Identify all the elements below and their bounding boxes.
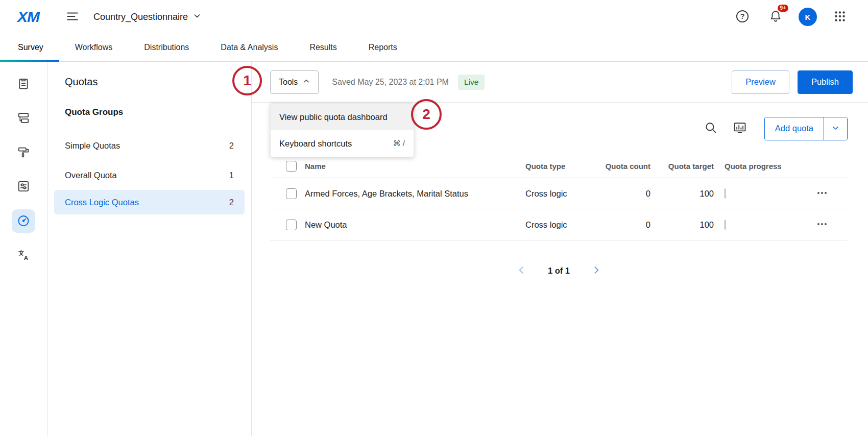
row-menu-button[interactable]: [803, 218, 848, 232]
preview-button[interactable]: Preview: [732, 70, 789, 94]
quota-name: New Quota: [305, 220, 525, 230]
translations-icon: A: [17, 248, 30, 263]
quotas-side-panel: Quotas Quota Groups Simple Quotas 2 Over…: [47, 62, 252, 436]
row-menu-button[interactable]: [803, 187, 848, 201]
quota-group-label: Cross Logic Quotas: [65, 198, 139, 207]
row-checkbox[interactable]: [286, 220, 297, 230]
quotas-gauge-icon: [17, 214, 30, 229]
annotation-step-2: 2: [411, 99, 442, 130]
rail-item-translations[interactable]: A: [12, 244, 35, 267]
quota-progress-bar: [714, 220, 803, 230]
tools-button[interactable]: Tools: [270, 70, 319, 94]
quota-type: Cross logic: [525, 220, 602, 230]
notification-count-badge: 9+: [777, 4, 789, 13]
app-window: XM Country_Questionnaire ? 9+: [0, 0, 868, 436]
chevron-right-icon: [591, 265, 601, 277]
previous-page-button[interactable]: [514, 263, 528, 279]
search-button[interactable]: [700, 117, 721, 140]
quota-group-label: Simple Quotas: [65, 141, 120, 151]
quota-progress-bar: [714, 189, 803, 199]
panel-title: Quotas: [47, 76, 251, 88]
quota-group-count: 2: [229, 141, 234, 151]
live-status-badge: Live: [458, 75, 485, 90]
rail-item-builder[interactable]: [12, 72, 35, 96]
chevron-down-icon: [832, 124, 839, 133]
chevron-up-icon: [303, 78, 310, 87]
survey-flow-icon: [17, 111, 30, 126]
public-dashboard-button[interactable]: [729, 116, 751, 140]
quota-count: 0: [602, 189, 650, 199]
pagination: 1 of 1: [270, 263, 848, 279]
tab-data-analysis[interactable]: Data & Analysis: [205, 34, 294, 61]
quota-groups-heading: Quota Groups: [47, 107, 251, 117]
quota-group-count: 2: [229, 198, 234, 207]
tab-workflows[interactable]: Workflows: [59, 34, 129, 61]
quota-type: Cross logic: [525, 189, 602, 199]
top-header: XM Country_Questionnaire ? 9+: [0, 0, 868, 34]
hamburger-menu-button[interactable]: [63, 7, 82, 28]
xm-logo[interactable]: XM: [17, 8, 39, 26]
header-actions: ? 9+ K: [732, 6, 850, 28]
user-avatar[interactable]: K: [799, 8, 817, 26]
add-quota-button[interactable]: Add quota: [765, 117, 824, 140]
menu-item-label: Keyboard shortcuts: [279, 139, 352, 149]
survey-name-label: Country_Questionnaire: [93, 12, 188, 22]
add-quota-dropdown-button[interactable]: [824, 117, 847, 140]
apps-grid-button[interactable]: [830, 7, 850, 28]
tab-reports[interactable]: Reports: [353, 34, 413, 61]
help-button[interactable]: ?: [732, 6, 753, 28]
search-icon: [704, 121, 717, 136]
builder-icon: [17, 77, 30, 92]
row-checkbox[interactable]: [286, 188, 297, 199]
column-header-quota-target: Quota target: [650, 162, 714, 171]
menu-item-view-public-quota-dashboard[interactable]: View public quota dashboard: [271, 104, 414, 130]
quota-group-label: Overall Quota: [65, 171, 117, 180]
tab-distributions[interactable]: Distributions: [128, 34, 205, 61]
rail-item-survey-options[interactable]: [12, 175, 35, 199]
column-header-quota-progress: Quota progress: [714, 162, 803, 171]
column-header-name: Name: [305, 162, 525, 171]
saved-status-text: Saved May 25, 2023 at 2:01 PM: [332, 78, 449, 87]
chevron-down-icon: [193, 12, 201, 22]
menu-item-keyboard-shortcuts[interactable]: Keyboard shortcuts ⌘ /: [271, 130, 414, 157]
quota-toolbar: Tools Saved May 25, 2023 at 2:01 PM Live…: [252, 62, 868, 103]
chevron-left-icon: [516, 265, 526, 277]
quota-group-count: 1: [229, 171, 234, 180]
left-icon-rail: A: [0, 62, 47, 436]
tab-survey[interactable]: Survey: [0, 34, 59, 61]
table-row: New Quota Cross logic 0 100: [270, 209, 848, 240]
row-menu-icon: [816, 187, 828, 201]
quota-table: Name Quota type Quota count Quota target…: [270, 155, 848, 240]
main-nav-tabs: Survey Workflows Distributions Data & An…: [0, 34, 868, 62]
notifications-button[interactable]: 9+: [766, 7, 785, 28]
add-quota-split-button: Add quota: [764, 117, 848, 140]
publish-button[interactable]: Publish: [798, 70, 853, 94]
main-content: Tools Saved May 25, 2023 at 2:01 PM Live…: [252, 62, 868, 436]
tools-dropdown-menu: View public quota dashboard Keyboard sho…: [270, 103, 414, 157]
tools-button-label: Tools: [279, 78, 298, 87]
toolbar-actions: Preview Publish: [732, 70, 853, 94]
public-dashboard-icon: [733, 120, 747, 136]
quota-group-simple-quotas[interactable]: Simple Quotas 2: [47, 131, 251, 160]
table-row: Armed Forces, Age Brackets, Marital Stat…: [270, 178, 848, 209]
row-menu-icon: [816, 218, 828, 232]
select-all-checkbox[interactable]: [286, 161, 297, 172]
help-icon: ?: [735, 9, 750, 25]
look-feel-icon: [17, 146, 30, 160]
column-header-quota-type: Quota type: [525, 162, 602, 171]
hamburger-menu-icon: [66, 10, 79, 25]
next-page-button[interactable]: [589, 263, 604, 279]
survey-name-dropdown[interactable]: Country_Questionnaire: [93, 12, 201, 22]
rail-item-quotas[interactable]: [12, 209, 35, 233]
annotation-step-1: 1: [232, 66, 262, 95]
svg-text:A: A: [24, 254, 28, 260]
rail-item-survey-flow[interactable]: [12, 107, 35, 130]
rail-item-look-feel[interactable]: [12, 141, 35, 164]
survey-options-icon: [17, 180, 30, 195]
quota-group-cross-logic-quotas[interactable]: Cross Logic Quotas 2: [54, 190, 245, 214]
apps-grid-icon: [833, 10, 847, 25]
tab-results[interactable]: Results: [294, 34, 352, 61]
quota-group-overall-quota[interactable]: Overall Quota 1: [47, 160, 251, 190]
page-indicator: 1 of 1: [548, 266, 570, 276]
keyboard-shortcut-hint: ⌘ /: [393, 139, 405, 148]
